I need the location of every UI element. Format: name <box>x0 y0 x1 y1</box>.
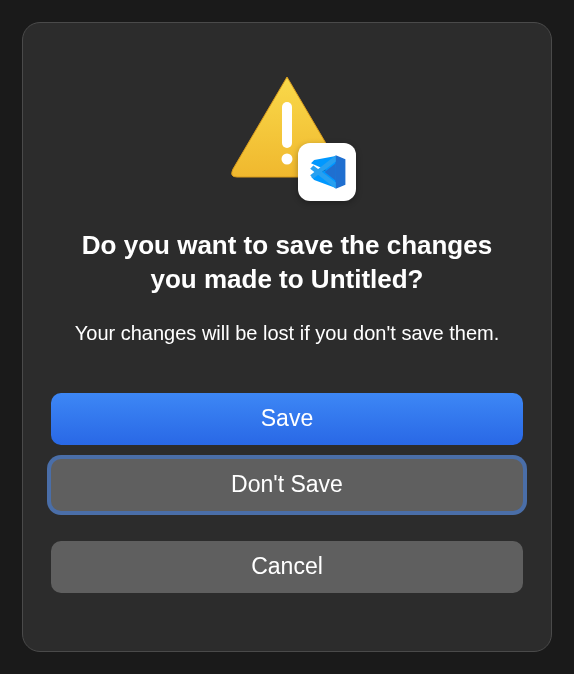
cancel-button[interactable]: Cancel <box>51 541 523 593</box>
save-changes-dialog: Do you want to save the changes you made… <box>22 22 552 652</box>
dont-save-button[interactable]: Don't Save <box>51 459 523 511</box>
dialog-title: Do you want to save the changes you made… <box>51 229 523 297</box>
dialog-icon-container <box>222 73 352 193</box>
save-button[interactable]: Save <box>51 393 523 445</box>
dialog-message: Your changes will be lost if you don't s… <box>55 319 519 347</box>
vscode-app-icon <box>298 143 356 201</box>
svg-point-0 <box>282 154 293 165</box>
